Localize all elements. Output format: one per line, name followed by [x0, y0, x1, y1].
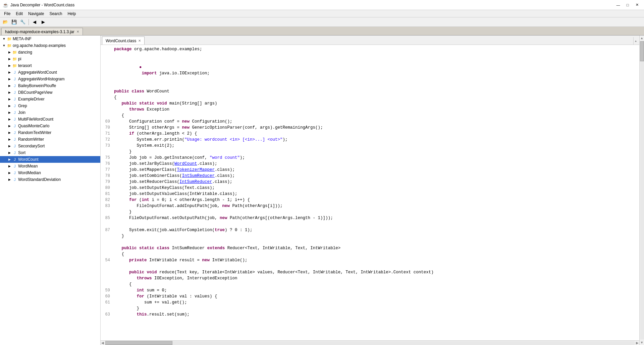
- tab-jar-close[interactable]: ✕: [76, 30, 79, 33]
- menu-navigate[interactable]: Navigate: [25, 11, 47, 17]
- java-icon: J: [12, 76, 17, 82]
- sidebar-label: RandomWriter: [18, 137, 44, 142]
- file-tab-bar: hadoop-mapreduce-examples-3.1.3.jar ✕: [0, 27, 644, 36]
- toolbar-separator: [29, 19, 29, 25]
- menu-help[interactable]: Help: [65, 11, 78, 17]
- sidebar-item-pi[interactable]: ▶ 📁 pi: [0, 56, 100, 62]
- expand-icon: ▶: [7, 76, 12, 82]
- code-line: 75 Job job = Job.getInstance(conf, "word…: [101, 155, 639, 161]
- code-content[interactable]: package org.apache.hadoop.examples; ● im…: [101, 45, 639, 340]
- code-line: }: [101, 233, 639, 239]
- expand-icon: ▶: [7, 157, 12, 162]
- sidebar-item-secondarysort[interactable]: ▶ J SecondarySort: [0, 143, 100, 149]
- expand-icon: ▶: [7, 50, 12, 55]
- expand-icon: ▶: [7, 130, 12, 135]
- expand-icon: ▶: [7, 137, 12, 142]
- code-line: 77 job.setMapperClass(TokenizerMapper.cl…: [101, 167, 639, 173]
- expand-icon: ▶: [7, 90, 12, 95]
- sidebar-label: SecondarySort: [18, 144, 45, 148]
- sidebar: ▼ 📁 META-INF ▼ 📁 org.apache.hadoop.examp…: [0, 36, 101, 345]
- title-bar: ☕ Java Decompiler - WordCount.class — □ …: [0, 0, 644, 10]
- code-line: 69 Configuration conf = new Configuratio…: [101, 119, 639, 125]
- sidebar-item-dbcountpageview[interactable]: ▶ J DBCountPageView: [0, 89, 100, 96]
- tab-jar-file[interactable]: hadoop-mapreduce-examples-3.1.3.jar ✕: [1, 28, 83, 35]
- sidebar-item-multifilewordcount[interactable]: ▶ J MultiFileWordCount: [0, 116, 100, 123]
- window-controls: — □ ✕: [614, 2, 641, 8]
- code-tab-wordcount[interactable]: WordCount.class ✕: [102, 37, 145, 45]
- sidebar-item-grep[interactable]: ▶ J Grep: [0, 102, 100, 109]
- sidebar-item-terasort[interactable]: ▶ 📁 terasort: [0, 62, 100, 69]
- expand-icon: ▶: [7, 150, 12, 155]
- expand-icon: ▶: [7, 123, 12, 129]
- sidebar-item-wordmean[interactable]: ▶ J WordMean: [0, 163, 100, 169]
- code-line: 54 private IntWritable result = new IntW…: [101, 257, 639, 263]
- code-line: 76 job.setJarByClass(WordCount.class);: [101, 161, 639, 167]
- code-line: }: [101, 149, 639, 155]
- sidebar-item-wordstandarddeviation[interactable]: ▶ J WordStandardDeviation: [0, 176, 100, 183]
- sidebar-label: BaileyBorweinPlouffe: [18, 83, 56, 88]
- code-tab-close[interactable]: ✕: [138, 39, 141, 43]
- sidebar-item-dancing[interactable]: ▶ 📁 dancing: [0, 49, 100, 56]
- menu-search[interactable]: Search: [47, 11, 65, 17]
- toolbar-back[interactable]: ◀: [31, 18, 39, 26]
- maximize-button[interactable]: □: [623, 2, 632, 8]
- sidebar-item-org-apache[interactable]: ▼ 📁 org.apache.hadoop.examples: [0, 42, 100, 49]
- sidebar-label: WordMean: [18, 164, 38, 168]
- vertical-scrollbar[interactable]: ▲ ▼: [639, 36, 644, 345]
- code-line: throws IOException, InterruptedException: [101, 275, 639, 281]
- sidebar-item-aggregatewordhistogram[interactable]: ▶ J AggregateWordHistogram: [0, 76, 100, 82]
- vscroll-track[interactable]: [640, 41, 644, 339]
- sidebar-item-exampledriver[interactable]: ▶ J ExampleDriver: [0, 96, 100, 102]
- sidebar-item-sort[interactable]: ▶ J Sort: [0, 149, 100, 156]
- code-line: 70 String[] otherArgs = new GenericOptio…: [101, 125, 639, 131]
- scrollbar-thumb[interactable]: [105, 341, 172, 345]
- code-line: 72 System.err.println("Usage: wordcount …: [101, 137, 639, 143]
- vscroll-thumb[interactable]: [640, 41, 644, 61]
- code-line: ● import java.io.IOException;: [101, 58, 639, 82]
- sidebar-item-wordcount[interactable]: ▶ J WordCount: [0, 156, 100, 163]
- toolbar-settings[interactable]: 🔧: [19, 18, 27, 26]
- sidebar-item-baileyborweinplouffe[interactable]: ▶ J BaileyBorweinPlouffe: [0, 82, 100, 89]
- menu-edit[interactable]: Edit: [13, 11, 25, 17]
- menu-file[interactable]: File: [1, 11, 13, 17]
- java-icon: J: [12, 143, 17, 149]
- sidebar-item-join[interactable]: ▶ J Join: [0, 109, 100, 116]
- code-line: [101, 52, 639, 58]
- sidebar-label: MultiFileWordCount: [18, 117, 53, 122]
- sidebar-label: QuasiMonteCarlo: [18, 124, 49, 128]
- folder-icon: 📁: [12, 63, 17, 68]
- sidebar-label: ExampleDriver: [18, 97, 45, 101]
- code-line: }: [101, 305, 639, 312]
- sidebar-label: META-INF: [13, 37, 32, 41]
- scroll-right-btn[interactable]: ▶: [635, 341, 639, 345]
- minimize-button[interactable]: —: [614, 2, 623, 8]
- scroll-down-btn[interactable]: ▼: [640, 341, 644, 344]
- code-line: 61 sum += val.get();: [101, 299, 639, 305]
- scroll-left-btn[interactable]: ◀: [101, 341, 105, 345]
- sidebar-item-aggregatewordcount[interactable]: ▶ J AggregateWordCount: [0, 69, 100, 76]
- expand-icon: ▼: [1, 36, 7, 42]
- sidebar-item-meta-inf[interactable]: ▼ 📁 META-INF: [0, 36, 100, 42]
- scrollbar-track[interactable]: [105, 341, 635, 345]
- scroll-up-btn[interactable]: ▲: [640, 36, 644, 40]
- toolbar-forward[interactable]: ▶: [39, 18, 47, 26]
- sidebar-label: AggregateWordHistogram: [18, 77, 65, 81]
- app-title: Java Decompiler - WordCount.class: [10, 3, 74, 7]
- toolbar-save[interactable]: 💾: [10, 18, 18, 26]
- code-line: 87 System.exit(job.waitForCompletion(tru…: [101, 227, 639, 233]
- code-line: {: [101, 251, 639, 257]
- expand-icon: ▶: [7, 96, 12, 102]
- sidebar-item-wordmedian[interactable]: ▶ J WordMedian: [0, 169, 100, 176]
- sidebar-item-quasimontecarlo[interactable]: ▶ J QuasiMonteCarlo: [0, 123, 100, 129]
- horizontal-scrollbar[interactable]: ◀ ▶: [101, 340, 639, 345]
- expand-icon: ▶: [7, 163, 12, 169]
- close-button[interactable]: ✕: [633, 2, 641, 8]
- folder-icon: 📁: [12, 50, 17, 55]
- toolbar-open[interactable]: 📂: [1, 18, 9, 26]
- sidebar-label: dancing: [18, 50, 32, 55]
- code-line: 71 if (otherArgs.length < 2) {: [101, 131, 639, 137]
- sidebar-item-randomtextwriter[interactable]: ▶ J RandomTextWriter: [0, 129, 100, 136]
- sidebar-item-randomwriter[interactable]: ▶ J RandomWriter: [0, 136, 100, 143]
- folder-icon: 📁: [12, 56, 17, 62]
- code-tab-bar: WordCount.class ✕ ▲: [101, 36, 639, 45]
